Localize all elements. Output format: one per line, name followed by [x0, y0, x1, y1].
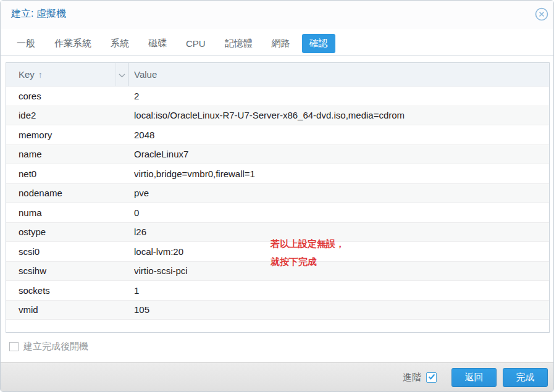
footer-toolbar: 進階 返回 完成 — [1, 362, 553, 391]
row-value: virtio,bridge=vmbr0,firewall=1 — [128, 164, 549, 183]
advanced-label: 進階 — [403, 372, 421, 383]
tab-bar: 一般 作業系統 系統 磁碟 CPU 記憶體 網路 確認 — [1, 31, 553, 56]
row-value: 2048 — [128, 125, 549, 144]
table-row[interactable]: scsi0 local-lvm:20 — [6, 242, 549, 262]
dialog-title: 建立: 虛擬機 — [11, 7, 66, 20]
table-row[interactable]: scsihw virtio-scsi-pci — [6, 262, 549, 281]
table-row[interactable]: vmid 105 — [6, 301, 549, 320]
checkbox-unchecked-icon — [9, 342, 19, 351]
tab[interactable]: CPU — [178, 35, 213, 52]
row-value: local:iso/OracleLinux-R7-U7-Server-x86_6… — [128, 106, 549, 125]
table-row[interactable]: sockets 1 — [6, 281, 549, 301]
table-row[interactable]: ide2 local:iso/OracleLinux-R7-U7-Server-… — [6, 106, 549, 126]
row-value: 2 — [128, 86, 549, 106]
value-header-label: Value — [134, 69, 157, 80]
table-row[interactable]: net0 virtio,bridge=vmbr0,firewall=1 — [6, 164, 549, 184]
row-key: scsi0 — [6, 242, 128, 261]
row-key: nodename — [6, 184, 128, 203]
row-key: cores — [6, 86, 128, 106]
start-after-create-checkbox[interactable]: 建立完成後開機 — [9, 341, 88, 352]
tab[interactable]: 系統 — [103, 34, 136, 53]
tab[interactable]: 一般 — [9, 34, 43, 53]
checkmark-icon — [428, 372, 435, 383]
row-value: pve — [128, 184, 549, 203]
grid-body: cores 2 ide2 local:iso/OracleLinux-R7-U7… — [6, 86, 549, 320]
row-value: l26 — [128, 223, 549, 242]
row-key: net0 — [6, 164, 128, 183]
tab[interactable]: 網路 — [264, 34, 298, 53]
column-header-key[interactable]: Key ↑ — [6, 63, 115, 86]
row-key: ide2 — [6, 106, 128, 125]
row-key: ostype — [6, 223, 128, 242]
table-row[interactable]: memory 2048 — [6, 125, 549, 145]
grid-header: Key ↑ Value — [6, 63, 549, 86]
row-value: local-lvm:20 — [128, 242, 549, 261]
row-key: name — [6, 145, 128, 164]
row-value: 1 — [128, 281, 549, 300]
tab[interactable]: 記憶體 — [217, 34, 260, 53]
table-row[interactable]: cores 2 — [6, 86, 549, 106]
column-menu-trigger[interactable] — [115, 63, 128, 86]
close-icon[interactable] — [535, 7, 548, 21]
row-value: 105 — [128, 301, 549, 320]
row-value: OracleLinux7 — [128, 145, 549, 164]
table-row[interactable]: ostype l26 — [6, 223, 549, 243]
column-header-value[interactable]: Value — [128, 63, 549, 86]
tab[interactable]: 磁碟 — [141, 34, 174, 53]
dialog-titlebar: 建立: 虛擬機 — [1, 1, 553, 29]
back-button[interactable]: 返回 — [451, 368, 497, 387]
table-row[interactable]: name OracleLinux7 — [6, 145, 549, 165]
finish-button[interactable]: 完成 — [503, 368, 548, 387]
row-key: memory — [6, 125, 128, 144]
table-row[interactable]: nodename pve — [6, 184, 549, 204]
start-after-create-label: 建立完成後開機 — [23, 341, 88, 352]
advanced-checkbox[interactable] — [426, 372, 437, 383]
chevron-down-icon — [119, 69, 125, 80]
sort-asc-icon: ↑ — [38, 70, 43, 80]
row-value: virtio-scsi-pci — [128, 262, 549, 281]
create-vm-dialog: 建立: 虛擬機 一般 作業系統 系統 磁碟 CPU 記憶體 網路 確認 — [0, 0, 554, 392]
tab[interactable]: 作業系統 — [47, 34, 99, 53]
key-header-label: Key — [19, 69, 35, 80]
row-key: scsihw — [6, 262, 128, 281]
tab[interactable]: 確認 — [302, 34, 335, 53]
table-row[interactable]: numa 0 — [6, 203, 549, 223]
row-key: vmid — [6, 301, 128, 320]
summary-grid: Key ↑ Value cores 2 ide2 — [6, 62, 550, 333]
row-key: numa — [6, 203, 128, 222]
row-value: 0 — [128, 203, 549, 222]
row-key: sockets — [6, 281, 128, 300]
